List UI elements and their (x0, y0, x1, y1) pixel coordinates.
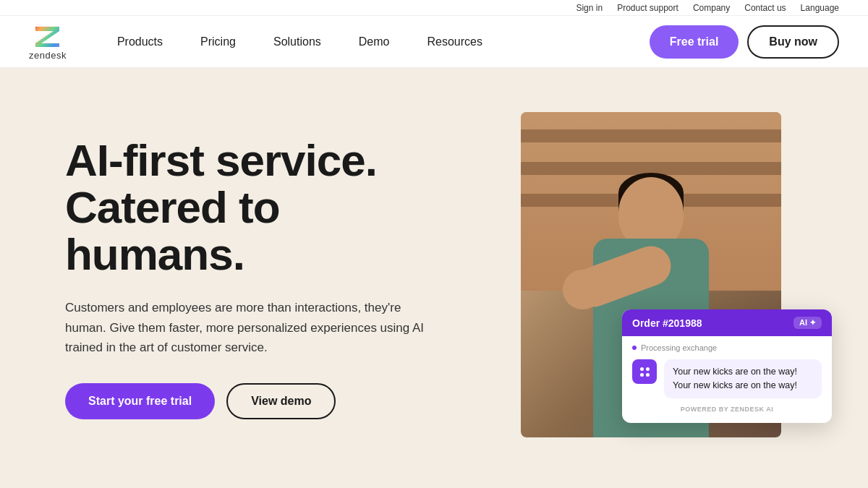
hero-buttons: Start your free trial View demo (65, 383, 463, 419)
chat-bubble: Your new kicks are on the way! Your new … (664, 359, 822, 398)
logo[interactable]: zendesk (29, 23, 67, 61)
hero-image-area: Order #201988 AI ✦ Processing exchange (492, 112, 810, 445)
logo-text: zendesk (29, 50, 67, 61)
nav-demo[interactable]: Demo (343, 30, 406, 54)
hero-subtitle: Customers and employees are more than in… (65, 298, 441, 357)
chat-dot (646, 373, 650, 377)
chat-dot (646, 367, 650, 371)
main-nav: zendesk Products Pricing Solutions Demo … (0, 16, 868, 68)
person-hand (563, 270, 603, 309)
company-link[interactable]: Company (693, 3, 730, 13)
nav-solutions[interactable]: Solutions (258, 30, 337, 54)
nav-pricing[interactable]: Pricing (184, 30, 252, 54)
chat-message-row: Your new kicks are on the way! Your new … (632, 359, 822, 398)
free-trial-button[interactable]: Free trial (650, 25, 739, 59)
powered-by-label: POWERED BY ZENDESK AI (632, 406, 822, 413)
language-link[interactable]: Language (801, 3, 839, 13)
chat-order-label: Order #201988 (632, 317, 702, 329)
processing-text: Processing exchange (641, 343, 717, 352)
chat-ai-badge: AI ✦ (793, 317, 822, 329)
product-support-link[interactable]: Product support (617, 3, 678, 13)
chat-avatar-dots (636, 363, 654, 381)
chat-card-body: Processing exchange Your new kicks are o… (622, 336, 832, 423)
chat-processing: Processing exchange (632, 343, 822, 352)
contact-us-link[interactable]: Contact us (744, 3, 786, 13)
chat-card-header: Order #201988 AI ✦ (622, 309, 832, 336)
chat-overlay-card: Order #201988 AI ✦ Processing exchange (622, 309, 832, 423)
nav-actions: Free trial Buy now (650, 25, 839, 59)
start-trial-button[interactable]: Start your free trial (65, 383, 215, 419)
chat-avatar (632, 359, 657, 384)
chat-dot (640, 373, 644, 377)
hero-title: AI-first service. Catered to humans. (65, 137, 463, 278)
utility-bar: Sign in Product support Company Contact … (0, 0, 868, 16)
chat-dot (640, 367, 644, 371)
hero-content: AI-first service. Catered to humans. Cus… (65, 137, 463, 419)
sign-in-link[interactable]: Sign in (576, 3, 603, 13)
buy-now-button[interactable]: Buy now (747, 25, 839, 59)
nav-products[interactable]: Products (101, 30, 179, 54)
view-demo-button[interactable]: View demo (226, 383, 336, 419)
nav-links: Products Pricing Solutions Demo Resource… (101, 30, 650, 54)
hero-section: AI-first service. Catered to humans. Cus… (0, 68, 868, 488)
nav-resources[interactable]: Resources (411, 30, 498, 54)
processing-indicator (632, 346, 637, 350)
